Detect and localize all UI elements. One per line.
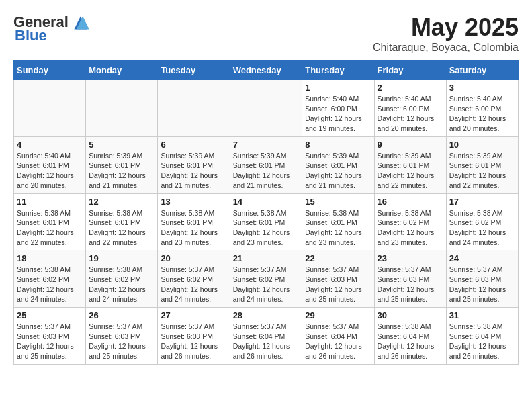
day-info: Sunrise: 5:38 AM Sunset: 6:02 PM Dayligh… [378,208,443,248]
day-info: Sunrise: 5:40 AM Sunset: 6:01 PM Dayligh… [17,151,83,191]
day-info: Sunrise: 5:37 AM Sunset: 6:03 PM Dayligh… [17,322,83,361]
day-number: 22 [305,253,371,263]
calendar-day-cell: 23Sunrise: 5:37 AM Sunset: 6:03 PM Dayli… [374,250,446,308]
day-number: 6 [161,140,226,150]
day-info: Sunrise: 5:37 AM Sunset: 6:02 PM Dayligh… [233,265,300,304]
day-number: 29 [305,310,371,320]
day-info: Sunrise: 5:40 AM Sunset: 6:00 PM Dayligh… [378,94,443,134]
logo-blue-text: Blue [15,27,47,44]
day-number: 15 [305,197,371,207]
weekday-header-saturday: Saturday [446,61,518,80]
calendar-day-cell: 24Sunrise: 5:37 AM Sunset: 6:03 PM Dayli… [446,250,518,308]
day-number: 2 [378,83,443,93]
calendar-day-cell: 26Sunrise: 5:37 AM Sunset: 6:03 PM Dayli… [86,308,158,365]
day-info: Sunrise: 5:37 AM Sunset: 6:03 PM Dayligh… [305,265,371,304]
day-info: Sunrise: 5:39 AM Sunset: 6:01 PM Dayligh… [449,151,515,191]
calendar-week-row: 25Sunrise: 5:37 AM Sunset: 6:03 PM Dayli… [14,308,519,365]
day-number: 30 [378,310,443,320]
day-info: Sunrise: 5:38 AM Sunset: 6:01 PM Dayligh… [161,208,226,248]
day-info: Sunrise: 5:39 AM Sunset: 6:01 PM Dayligh… [161,151,226,191]
day-number: 19 [89,253,154,263]
page-header: General Blue May 2025 Chitaraque, Boyaca… [13,13,519,54]
calendar-day-cell: 12Sunrise: 5:38 AM Sunset: 6:01 PM Dayli… [86,193,158,250]
day-number: 7 [233,140,300,150]
day-info: Sunrise: 5:37 AM Sunset: 6:03 PM Dayligh… [378,265,443,304]
day-number: 16 [378,197,443,207]
calendar-day-cell: 4Sunrise: 5:40 AM Sunset: 6:01 PM Daylig… [14,136,86,193]
calendar-day-cell: 28Sunrise: 5:37 AM Sunset: 6:04 PM Dayli… [230,308,302,365]
calendar-day-cell [230,80,302,137]
month-title: May 2025 [373,13,519,42]
calendar-day-cell: 16Sunrise: 5:38 AM Sunset: 6:02 PM Dayli… [374,193,446,250]
day-number: 20 [161,253,226,263]
calendar-day-cell: 27Sunrise: 5:37 AM Sunset: 6:03 PM Dayli… [158,308,230,365]
day-number: 11 [17,197,83,207]
day-info: Sunrise: 5:38 AM Sunset: 6:02 PM Dayligh… [89,265,154,304]
day-info: Sunrise: 5:40 AM Sunset: 6:00 PM Dayligh… [449,94,515,134]
day-number: 3 [449,83,515,93]
calendar-day-cell: 2Sunrise: 5:40 AM Sunset: 6:00 PM Daylig… [374,80,446,137]
weekday-header-monday: Monday [86,61,158,80]
day-number: 14 [233,197,300,207]
day-info: Sunrise: 5:37 AM Sunset: 6:03 PM Dayligh… [449,265,515,304]
day-info: Sunrise: 5:37 AM Sunset: 6:03 PM Dayligh… [161,322,226,361]
calendar-day-cell: 15Sunrise: 5:38 AM Sunset: 6:01 PM Dayli… [302,193,374,250]
day-info: Sunrise: 5:38 AM Sunset: 6:01 PM Dayligh… [233,208,300,248]
calendar-day-cell: 5Sunrise: 5:39 AM Sunset: 6:01 PM Daylig… [86,136,158,193]
day-info: Sunrise: 5:38 AM Sunset: 6:01 PM Dayligh… [17,208,83,248]
calendar-day-cell: 29Sunrise: 5:37 AM Sunset: 6:04 PM Dayli… [302,308,374,365]
day-info: Sunrise: 5:38 AM Sunset: 6:01 PM Dayligh… [305,208,371,248]
calendar-day-cell: 25Sunrise: 5:37 AM Sunset: 6:03 PM Dayli… [14,308,86,365]
calendar-day-cell: 8Sunrise: 5:39 AM Sunset: 6:01 PM Daylig… [302,136,374,193]
weekday-header-tuesday: Tuesday [158,61,230,80]
calendar-week-row: 4Sunrise: 5:40 AM Sunset: 6:01 PM Daylig… [14,136,519,193]
calendar-day-cell: 10Sunrise: 5:39 AM Sunset: 6:01 PM Dayli… [446,136,518,193]
calendar-day-cell: 1Sunrise: 5:40 AM Sunset: 6:00 PM Daylig… [302,80,374,137]
calendar-week-row: 11Sunrise: 5:38 AM Sunset: 6:01 PM Dayli… [14,193,519,250]
day-number: 18 [17,253,83,263]
day-number: 4 [17,140,83,150]
day-number: 31 [449,310,515,320]
day-info: Sunrise: 5:38 AM Sunset: 6:02 PM Dayligh… [449,208,515,248]
day-info: Sunrise: 5:38 AM Sunset: 6:01 PM Dayligh… [89,208,154,248]
day-number: 8 [305,140,371,150]
calendar-day-cell [14,80,86,137]
day-info: Sunrise: 5:38 AM Sunset: 6:04 PM Dayligh… [449,322,515,361]
logo: General Blue [13,13,91,44]
day-number: 28 [233,310,300,320]
day-info: Sunrise: 5:37 AM Sunset: 6:03 PM Dayligh… [89,322,154,361]
calendar-day-cell: 22Sunrise: 5:37 AM Sunset: 6:03 PM Dayli… [302,250,374,308]
calendar-day-cell: 6Sunrise: 5:39 AM Sunset: 6:01 PM Daylig… [158,136,230,193]
calendar-day-cell [86,80,158,137]
calendar-day-cell: 11Sunrise: 5:38 AM Sunset: 6:01 PM Dayli… [14,193,86,250]
calendar-day-cell: 18Sunrise: 5:38 AM Sunset: 6:02 PM Dayli… [14,250,86,308]
calendar-table: SundayMondayTuesdayWednesdayThursdayFrid… [13,60,519,365]
day-number: 23 [378,253,443,263]
calendar-day-cell: 3Sunrise: 5:40 AM Sunset: 6:00 PM Daylig… [446,80,518,137]
day-number: 21 [233,253,300,263]
day-number: 17 [449,197,515,207]
day-number: 5 [89,140,154,150]
calendar-day-cell: 7Sunrise: 5:39 AM Sunset: 6:01 PM Daylig… [230,136,302,193]
logo-icon [70,14,91,30]
calendar-day-cell: 20Sunrise: 5:37 AM Sunset: 6:02 PM Dayli… [158,250,230,308]
day-number: 24 [449,253,515,263]
day-number: 26 [89,310,154,320]
day-info: Sunrise: 5:37 AM Sunset: 6:02 PM Dayligh… [161,265,226,304]
day-info: Sunrise: 5:37 AM Sunset: 6:04 PM Dayligh… [305,322,371,361]
calendar-day-cell: 13Sunrise: 5:38 AM Sunset: 6:01 PM Dayli… [158,193,230,250]
day-number: 13 [161,197,226,207]
day-number: 25 [17,310,83,320]
day-info: Sunrise: 5:37 AM Sunset: 6:04 PM Dayligh… [233,322,300,361]
weekday-header-row: SundayMondayTuesdayWednesdayThursdayFrid… [14,61,519,80]
day-info: Sunrise: 5:38 AM Sunset: 6:04 PM Dayligh… [378,322,443,361]
calendar-day-cell: 21Sunrise: 5:37 AM Sunset: 6:02 PM Dayli… [230,250,302,308]
day-number: 9 [378,140,443,150]
day-number: 10 [449,140,515,150]
calendar-day-cell [158,80,230,137]
day-info: Sunrise: 5:40 AM Sunset: 6:00 PM Dayligh… [305,94,371,134]
day-info: Sunrise: 5:39 AM Sunset: 6:01 PM Dayligh… [378,151,443,191]
day-info: Sunrise: 5:39 AM Sunset: 6:01 PM Dayligh… [233,151,300,191]
title-block: May 2025 Chitaraque, Boyaca, Colombia [373,13,519,54]
weekday-header-sunday: Sunday [14,61,86,80]
